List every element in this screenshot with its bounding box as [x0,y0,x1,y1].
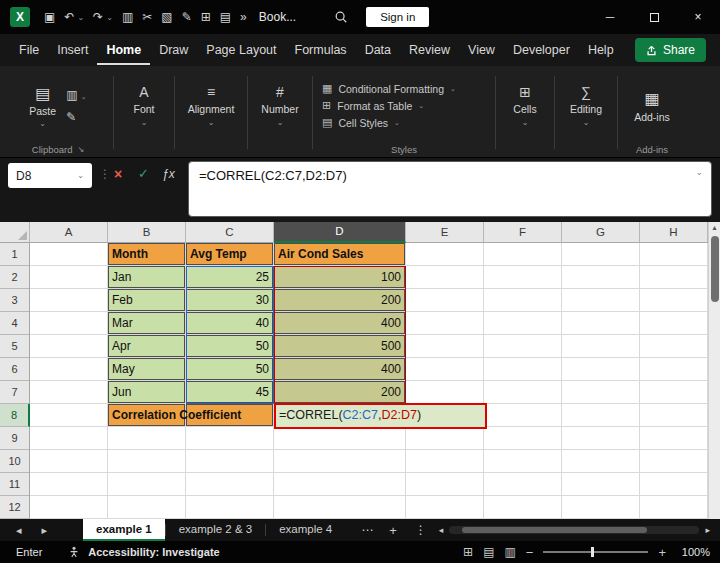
cell-D5[interactable]: 500 [274,335,406,358]
cell-B11[interactable] [108,473,186,496]
cell-D6[interactable]: 400 [274,358,406,381]
name-box-chevron-icon[interactable]: ⌄ [77,171,84,180]
cut-icon[interactable]: ✂ [142,10,152,24]
more-commands-icon[interactable]: » [240,10,247,24]
hscroll-lane[interactable] [449,526,699,534]
zoom-slider[interactable] [543,551,648,553]
cell-F11[interactable] [484,473,562,496]
horizontal-scroll-thumb[interactable] [462,527,647,533]
cell-E5[interactable] [406,335,484,358]
number-group-button[interactable]: # Number ⌄ [253,70,307,157]
cell-E6[interactable] [406,358,484,381]
cell-G4[interactable] [562,312,640,335]
select-all-corner[interactable] [0,222,30,243]
alignment-group-button[interactable]: ≡ Alignment ⌄ [180,70,242,157]
cell-F7[interactable] [484,381,562,404]
vertical-scroll-thumb[interactable] [711,236,719,302]
sheet-options-icon[interactable]: ⋮ [415,523,427,537]
cell-E10[interactable] [406,450,484,473]
row-header-2[interactable]: 2 [0,266,30,289]
share-button[interactable]: Share [635,38,706,62]
cell-B6[interactable]: May [108,358,186,381]
cell-A11[interactable] [30,473,108,496]
tab-page-layout[interactable]: Page Layout [197,36,285,65]
column-header-H[interactable]: H [640,222,708,243]
cell-G5[interactable] [562,335,640,358]
editing-group-button[interactable]: ∑ Editing ⌄ [560,70,612,157]
cell-F3[interactable] [484,289,562,312]
sign-in-button[interactable]: Sign in [366,7,429,27]
minimize-button[interactable]: ─ [588,0,632,34]
sheet-nav-left-icon[interactable]: ◂ [16,524,22,537]
new-sheet-button[interactable]: + [389,523,397,538]
cell-E3[interactable] [406,289,484,312]
close-button[interactable]: × [676,0,720,34]
cell-C1[interactable]: Avg Temp [186,243,274,266]
vertical-scrollbar[interactable]: ▴ [708,222,720,519]
copy-icon[interactable]: ▥ [122,10,133,24]
row-header-3[interactable]: 3 [0,289,30,312]
cell-B5[interactable]: Apr [108,335,186,358]
clipboard-dialog-launcher-icon[interactable]: ↘ [77,145,84,154]
cell-B10[interactable] [108,450,186,473]
cell-H3[interactable] [640,289,708,312]
cell-F1[interactable] [484,243,562,266]
zoom-out-button[interactable]: − [526,545,534,560]
cell-C10[interactable] [186,450,274,473]
table-icon[interactable]: ⊞ [201,10,211,24]
view-page-layout-icon[interactable]: ▤ [483,545,494,559]
cell-H11[interactable] [640,473,708,496]
cell-H2[interactable] [640,266,708,289]
search-icon[interactable] [334,10,348,24]
row-header-4[interactable]: 4 [0,312,30,335]
cell-D7[interactable]: 200 [274,381,406,404]
cell-F12[interactable] [484,496,562,519]
column-header-D[interactable]: D [274,222,406,243]
tab-insert[interactable]: Insert [48,36,97,65]
cells-group-button[interactable]: ⊞ Cells ⌄ [501,70,549,157]
hscroll-left-icon[interactable]: ◂ [439,525,444,535]
cell-G3[interactable] [562,289,640,312]
cell-G7[interactable] [562,381,640,404]
cell-C7[interactable]: 45 [186,381,274,404]
window-icon[interactable]: ▤ [220,10,231,24]
column-header-G[interactable]: G [562,222,640,243]
cell-H1[interactable] [640,243,708,266]
format-as-table-button[interactable]: ⊞ Format as Table ⌄ [322,99,424,112]
cell-C9[interactable] [186,427,274,450]
font-group-button[interactable]: A Font ⌄ [119,70,169,157]
cell-A10[interactable] [30,450,108,473]
cell-F2[interactable] [484,266,562,289]
tab-home[interactable]: Home [97,36,150,65]
undo-icon[interactable]: ↶ [64,10,74,24]
cell-A3[interactable] [30,289,108,312]
cell-B7[interactable]: Jun [108,381,186,404]
cell-D1[interactable]: Air Cond Sales [274,243,406,266]
cell-D2[interactable]: 100 [274,266,406,289]
cell-B1[interactable]: Month [108,243,186,266]
zoom-level[interactable]: 100% [676,546,710,558]
picture-icon[interactable]: ▧ [161,10,172,24]
sheet-nav-right-icon[interactable]: ▸ [42,524,48,537]
tab-file[interactable]: File [10,36,48,65]
column-header-B[interactable]: B [108,222,186,243]
cell-G9[interactable] [562,427,640,450]
cell-A5[interactable] [30,335,108,358]
undo-chevron-icon[interactable]: ⌄ [77,13,84,22]
cell-E9[interactable] [406,427,484,450]
cell-D10[interactable] [274,450,406,473]
cell-B8[interactable]: Correlation Coefficient [108,404,186,427]
cell-F4[interactable] [484,312,562,335]
name-box[interactable]: D8 ⌄ [8,163,92,188]
cell-G6[interactable] [562,358,640,381]
cell-A1[interactable] [30,243,108,266]
view-page-break-icon[interactable]: ▥ [504,545,515,559]
cell-G8[interactable] [562,404,640,427]
cell-D12[interactable] [274,496,406,519]
tab-review[interactable]: Review [400,36,459,65]
cell-C3[interactable]: 30 [186,289,274,312]
enter-icon[interactable]: ✓ [138,166,149,181]
tab-formulas[interactable]: Formulas [286,36,356,65]
cell-H10[interactable] [640,450,708,473]
cell-F9[interactable] [484,427,562,450]
